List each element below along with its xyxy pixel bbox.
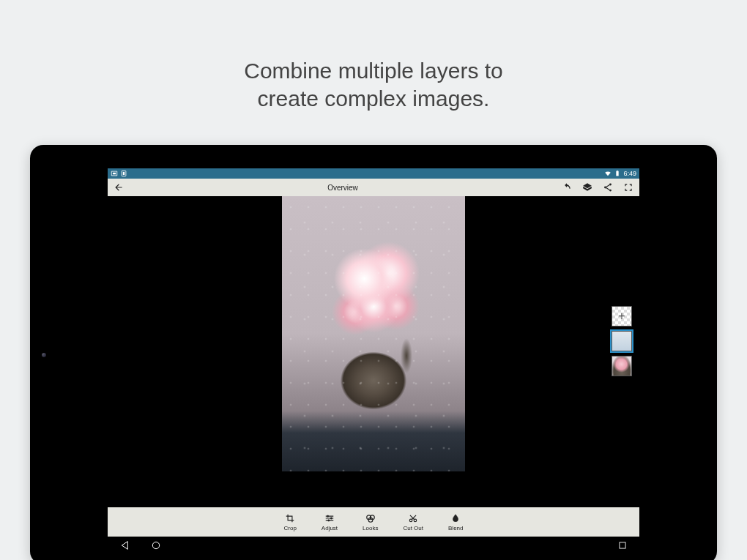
share-button[interactable]	[603, 182, 613, 193]
editor-canvas[interactable]: +	[108, 196, 639, 507]
layers-button[interactable]	[582, 182, 592, 193]
headline-line-2: create complex images.	[258, 86, 490, 111]
looks-label: Looks	[363, 525, 378, 531]
layer-thumb-rain[interactable]	[612, 331, 632, 351]
device-screen: 6:49 Overview	[108, 168, 639, 557]
status-left-group	[111, 170, 127, 177]
composited-image[interactable]	[282, 196, 465, 471]
fullscreen-button[interactable]	[623, 182, 633, 193]
back-button[interactable]	[114, 182, 124, 193]
layer-panel: +	[612, 306, 632, 376]
android-nav-bar	[108, 537, 639, 557]
android-status-bar: 6:49	[108, 168, 639, 179]
add-layer-button[interactable]: +	[612, 306, 632, 326]
cutout-label: Cut Out	[403, 525, 423, 531]
app-top-bar: Overview	[108, 179, 639, 196]
crop-tool[interactable]: Crop	[284, 513, 297, 531]
nav-back-button[interactable]	[119, 540, 131, 554]
svg-rect-3	[617, 171, 619, 171]
svg-rect-2	[617, 171, 619, 176]
status-time: 6:49	[623, 170, 636, 177]
undo-button[interactable]	[562, 182, 572, 193]
svg-point-9	[328, 519, 330, 520]
svg-rect-1	[123, 172, 125, 175]
crop-label: Crop	[284, 525, 297, 531]
nav-recent-button[interactable]	[617, 540, 628, 553]
tablet-frame: 6:49 Overview	[30, 145, 717, 560]
headline-line-1: Combine multiple layers to	[244, 59, 502, 83]
svg-point-8	[330, 517, 332, 518]
cutout-tool[interactable]: Cut Out	[403, 513, 423, 531]
adjust-label: Adjust	[322, 525, 338, 531]
blend-tool[interactable]: Blend	[448, 513, 463, 531]
app-title: Overview	[327, 184, 358, 192]
screenshot-icon	[120, 170, 127, 177]
raindrops-overlay	[282, 196, 465, 471]
front-camera-icon	[42, 353, 46, 357]
blend-label: Blend	[448, 525, 463, 531]
battery-icon	[614, 170, 621, 177]
svg-point-7	[327, 515, 328, 516]
wifi-icon	[604, 170, 612, 177]
cast-icon	[111, 170, 118, 177]
layer-thumb-flowers[interactable]	[612, 356, 632, 376]
svg-point-15	[152, 542, 159, 548]
slide-headline: Combine multiple layers to create comple…	[0, 57, 747, 112]
looks-tool[interactable]: Looks	[363, 513, 378, 531]
bottom-toolbar: Crop Adjust Looks Cut Out Blend	[108, 507, 639, 537]
adjust-tool[interactable]: Adjust	[322, 513, 338, 531]
status-right-group: 6:49	[604, 170, 636, 177]
plus-icon: +	[618, 310, 625, 323]
app-store-slide: Combine multiple layers to create comple…	[0, 0, 747, 560]
nav-home-button[interactable]	[150, 540, 162, 554]
svg-rect-16	[620, 542, 625, 548]
